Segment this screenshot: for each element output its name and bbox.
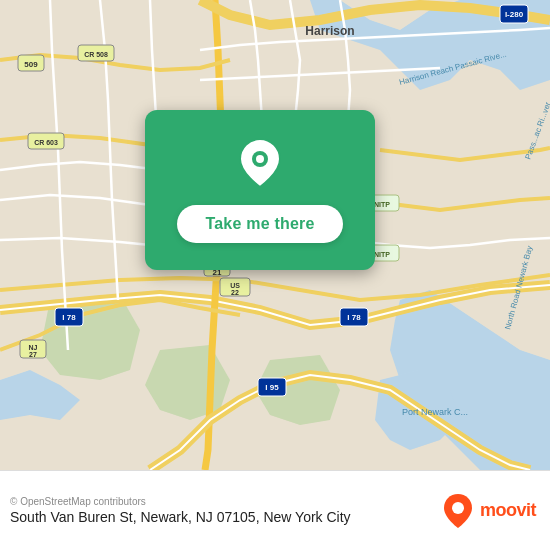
map-container: I-280 509 CR 508 CR 603 NJ 21 I 78 US 22… [0, 0, 550, 470]
footer-info: © OpenStreetMap contributors South Van B… [10, 496, 351, 525]
svg-text:I 78: I 78 [62, 313, 76, 322]
map-pin-icon [238, 137, 282, 193]
take-me-there-button[interactable]: Take me there [177, 205, 342, 243]
svg-text:NITP: NITP [374, 201, 390, 208]
svg-point-35 [452, 502, 464, 514]
footer: © OpenStreetMap contributors South Van B… [0, 470, 550, 550]
svg-text:22: 22 [231, 289, 239, 296]
svg-point-34 [256, 155, 264, 163]
svg-text:US: US [230, 282, 240, 289]
svg-text:I 95: I 95 [265, 383, 279, 392]
svg-text:NITP: NITP [374, 251, 390, 258]
copyright-text: © OpenStreetMap contributors [10, 496, 351, 507]
svg-text:CR 603: CR 603 [34, 139, 58, 146]
svg-text:509: 509 [24, 60, 38, 69]
moovit-logo: moovit [442, 492, 536, 530]
svg-text:Harrison: Harrison [305, 24, 354, 38]
location-card: Take me there [145, 110, 375, 270]
moovit-pin-icon [442, 492, 474, 530]
svg-text:I 78: I 78 [347, 313, 361, 322]
svg-text:NJ: NJ [29, 344, 38, 351]
svg-text:Port Newark C...: Port Newark C... [402, 407, 468, 417]
address-text: South Van Buren St, Newark, NJ 07105, Ne… [10, 509, 351, 525]
moovit-label: moovit [480, 500, 536, 521]
svg-text:I-280: I-280 [505, 10, 524, 19]
svg-text:27: 27 [29, 351, 37, 358]
svg-text:CR 508: CR 508 [84, 51, 108, 58]
